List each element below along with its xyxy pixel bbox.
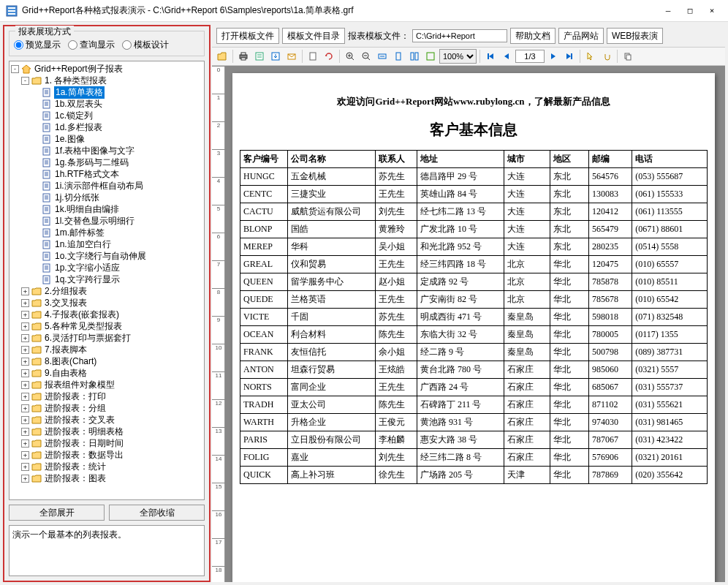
tree-node[interactable]: +2.分组报表 (11, 285, 202, 297)
zoom-select[interactable]: 100% (439, 49, 477, 64)
tree-node[interactable]: +进阶报表：图表 (11, 472, 202, 484)
tree-node[interactable]: 1c.锁定列 (11, 110, 202, 121)
tree-node[interactable]: +进阶报表：统计 (11, 461, 202, 472)
tree-node[interactable]: 1h.RTF格式文本 (11, 168, 202, 180)
open-template-button[interactable]: 打开模板文件 (216, 28, 279, 44)
fit-width-icon[interactable] (375, 49, 390, 64)
page-input[interactable] (515, 50, 545, 63)
tree-node[interactable]: +6.灵活打印与票据套打 (11, 332, 202, 344)
expand-toggle[interactable]: + (21, 451, 29, 459)
table-cell: 和光北路 952 号 (417, 238, 504, 256)
expand-toggle[interactable]: + (21, 428, 29, 436)
tree-node[interactable]: +进阶报表：日期时间 (11, 437, 202, 449)
expand-toggle[interactable]: + (21, 299, 29, 307)
maximize-button[interactable]: □ (680, 4, 700, 18)
tree-node[interactable]: +进阶报表：明细表格 (11, 426, 202, 437)
pointer-icon[interactable] (583, 49, 598, 64)
expand-toggle[interactable]: - (11, 65, 19, 73)
tree-node[interactable]: 1k.明细自由编排 (11, 203, 202, 215)
expand-toggle[interactable]: + (21, 475, 29, 483)
tree-node[interactable]: 1d.多栏报表 (11, 121, 202, 133)
help-button[interactable]: 帮助文档 (510, 28, 556, 44)
collapse-all-button[interactable]: 全部收缩 (109, 505, 205, 521)
radio-preview[interactable]: 预览显示 (14, 39, 61, 51)
table-cell: 王先生 (375, 186, 417, 203)
expand-toggle[interactable]: + (21, 334, 29, 342)
file-icon (42, 99, 52, 109)
expand-toggle[interactable]: + (21, 358, 29, 366)
page-setup-icon[interactable] (306, 49, 320, 64)
tree-node[interactable]: +进阶报表：数据导出 (11, 449, 202, 461)
print-layout-icon[interactable] (252, 49, 267, 64)
expand-toggle[interactable]: + (21, 346, 29, 354)
minimize-button[interactable]: — (658, 4, 678, 18)
tree-node[interactable]: 1o.文字绕行与自动伸展 (11, 250, 202, 262)
table-cell: 利合材料 (288, 326, 376, 344)
tree-node[interactable]: +进阶报表：打印 (11, 390, 202, 402)
web-report-button[interactable]: WEB报表演 (607, 28, 663, 44)
tree-node[interactable]: +4.子报表(嵌套报表) (11, 309, 202, 320)
fit-page-icon[interactable] (391, 49, 406, 64)
close-button[interactable]: × (702, 4, 722, 18)
expand-toggle[interactable]: + (21, 311, 29, 319)
tree-node[interactable]: +9.自由表格 (11, 367, 202, 379)
actual-icon[interactable] (423, 49, 438, 64)
prev-page-icon[interactable] (499, 49, 514, 64)
print-icon[interactable] (236, 49, 251, 64)
tree-node[interactable]: +8.图表(Chart) (11, 355, 202, 367)
viewer-scroll[interactable]: 欢迎访问Grid++Report网站www.rubylong.cn，了解最新产品… (225, 66, 725, 582)
tree-node[interactable]: +进阶报表：交叉表 (11, 414, 202, 426)
expand-toggle[interactable]: + (21, 322, 29, 331)
radio-query[interactable]: 查询显示 (68, 39, 115, 51)
tree-node[interactable]: +7.报表脚本 (11, 344, 202, 355)
tree-node[interactable]: 1g.条形码与二维码 (11, 156, 202, 168)
expand-toggle[interactable]: + (21, 381, 29, 389)
multi-page-icon[interactable] (407, 49, 422, 64)
tree-node[interactable]: 1p.文字缩小适应 (11, 262, 202, 273)
last-page-icon[interactable] (562, 49, 577, 64)
table-cell: 友恒信托 (288, 344, 376, 361)
expand-toggle[interactable]: + (21, 439, 29, 448)
table-cell: 陈先生 (375, 326, 417, 344)
tree-node[interactable]: +报表组件对象模型 (11, 379, 202, 390)
tree-node[interactable]: 1i.演示部件框自动布局 (11, 180, 202, 192)
tree-node[interactable]: 1n.追加空白行 (11, 238, 202, 250)
hand-icon[interactable] (599, 49, 614, 64)
tree-node[interactable]: 1a.简单表格 (11, 86, 202, 98)
table-cell: (031) 555737 (632, 379, 708, 396)
expand-toggle[interactable]: + (21, 369, 29, 377)
tree-node[interactable]: 1e.图像 (11, 133, 202, 145)
tree-node[interactable]: -Grid++Report例子报表 (11, 63, 202, 75)
open-icon[interactable] (215, 49, 230, 64)
refresh-icon[interactable] (322, 49, 336, 64)
first-page-icon[interactable] (483, 49, 498, 64)
expand-toggle[interactable]: + (21, 463, 29, 471)
expand-toggle[interactable]: + (21, 416, 29, 424)
tree-node[interactable]: 1b.双层表头 (11, 98, 202, 110)
table-cell: 吴小姐 (375, 238, 417, 256)
tree-node[interactable]: +3.交叉报表 (11, 297, 202, 309)
tree-node[interactable]: 1j.切分纸张 (11, 192, 202, 203)
copy-icon[interactable] (621, 49, 635, 64)
expand-all-button[interactable]: 全部展开 (9, 505, 105, 521)
mail-icon[interactable] (284, 49, 299, 64)
tree-node[interactable]: 1f.表格中图像与文字 (11, 145, 202, 156)
template-dir-button[interactable]: 模板文件目录 (282, 28, 345, 44)
report-tree[interactable]: -Grid++Report例子报表-1. 各种类型报表1a.简单表格1b.双层表… (9, 61, 205, 500)
tree-node[interactable]: -1. 各种类型报表 (11, 75, 202, 86)
tree-node[interactable]: 1l.交替色显示明细行 (11, 215, 202, 227)
expand-toggle[interactable]: + (21, 287, 29, 295)
tree-node[interactable]: 1q.文字跨行显示 (11, 273, 202, 285)
product-site-button[interactable]: 产品网站 (558, 28, 604, 44)
expand-toggle[interactable]: + (21, 393, 29, 401)
tree-node[interactable]: +5.各种常见类型报表 (11, 320, 202, 332)
radio-design[interactable]: 模板设计 (122, 39, 169, 51)
expand-toggle[interactable]: + (21, 404, 29, 412)
expand-toggle[interactable]: - (21, 77, 29, 85)
next-page-icon[interactable] (546, 49, 561, 64)
tree-node[interactable]: +进阶报表：分组 (11, 402, 202, 414)
zoom-in-icon[interactable] (343, 49, 357, 64)
tree-node[interactable]: 1m.邮件标签 (11, 227, 202, 238)
export-icon[interactable] (268, 49, 283, 64)
zoom-out-icon[interactable] (359, 49, 374, 64)
